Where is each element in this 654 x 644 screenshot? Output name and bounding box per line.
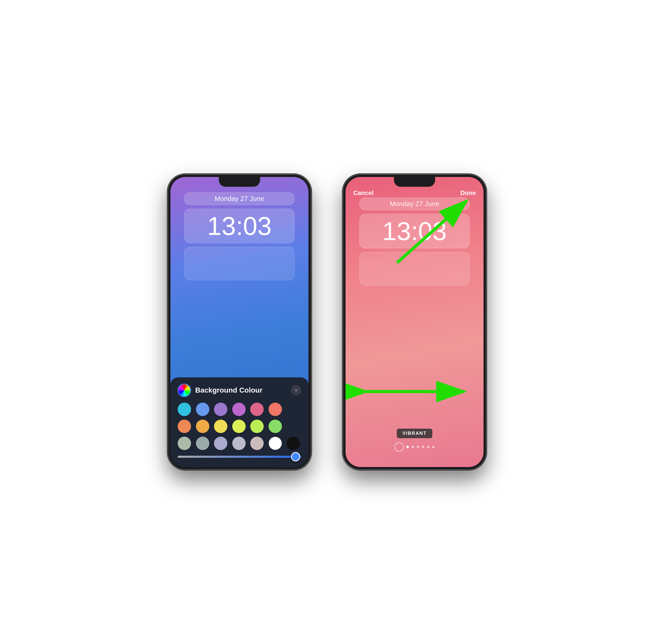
date-display-2: Monday 27 June [359,198,470,210]
phone2-screen: Cancel Done Monday 27 June 13:03 [346,177,484,467]
carousel-dot-2[interactable] [412,446,414,448]
widget-box [184,247,295,280]
notch [219,177,260,187]
top-bar: Cancel Done [346,189,484,197]
color-dot-amber[interactable] [196,420,209,433]
carousel-dots [394,442,435,452]
color-dot-mauve[interactable] [214,437,227,450]
color-dot-violet[interactable] [232,402,246,416]
color-picker-panel: Background Colour × [170,377,308,467]
close-icon: × [295,387,298,393]
color-dot-cyan[interactable] [178,402,191,416]
color-dot-rose[interactable] [250,402,264,416]
color-dot-black[interactable] [286,437,300,450]
color-dot-yellow[interactable] [214,420,227,433]
picker-close-button[interactable]: × [291,385,301,395]
color-dot-cornflower[interactable] [196,402,209,416]
color-grid [178,402,301,450]
phones-container: Monday 27 June 13:03 Background Colour × [167,174,487,470]
carousel-dot-5[interactable] [427,446,429,448]
time-display-2: 13:03 [359,214,470,248]
color-dot-sage[interactable] [178,437,191,450]
done-button[interactable]: Done [460,189,476,197]
phone-2: Cancel Done Monday 27 June 13:03 [343,174,487,470]
cancel-button[interactable]: Cancel [353,189,374,197]
color-dot-light-green[interactable] [268,420,282,433]
color-dot-yellow-green[interactable] [250,420,264,433]
widget-box-2 [359,252,470,285]
bottom-area: VIBRANT [346,429,484,452]
color-dot-salmon[interactable] [268,402,282,416]
color-dot-white[interactable] [268,437,282,450]
phone-1: Monday 27 June 13:03 Background Colour × [167,174,311,470]
carousel-dot-1[interactable] [406,446,409,448]
phone1-screen: Monday 27 June 13:03 Background Colour × [170,177,308,467]
phone1-lock-ui: Monday 27 June 13:03 [170,192,308,280]
color-dot-lavender[interactable] [214,402,227,416]
carousel-dot-4[interactable] [422,446,424,448]
picker-title: Background Colour [195,386,291,394]
brightness-slider[interactable] [178,456,301,458]
time-display: 13:03 [184,209,295,243]
vibrant-badge: VIBRANT [397,429,432,438]
color-dot-gray-light[interactable] [232,437,246,450]
color-dot-orange[interactable] [178,420,191,433]
color-dot-slate[interactable] [196,437,209,450]
carousel-dot-3[interactable] [417,446,419,448]
date-display: Monday 27 June [184,192,295,205]
phone2-lock-ui: Monday 27 June 13:03 [346,198,484,285]
picker-header: Background Colour × [178,384,301,397]
notch-2 [394,177,435,187]
color-dot-warm-gray[interactable] [250,437,264,450]
color-dot-lime-yellow[interactable] [232,420,246,433]
carousel-dot-6[interactable] [432,446,435,448]
circle-icon[interactable] [394,442,404,452]
color-wheel-icon[interactable] [178,384,191,397]
slider-thumb[interactable] [291,452,300,461]
